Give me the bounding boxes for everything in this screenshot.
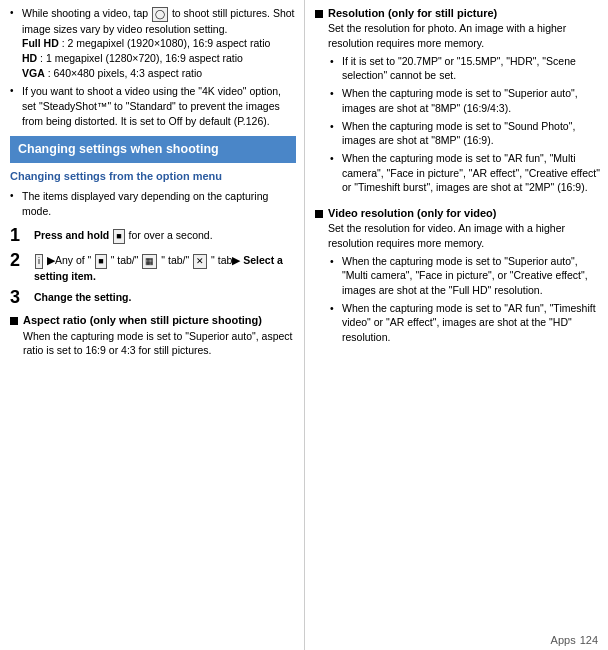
- res-bullet-3: • When the capturing mode is set to "Sou…: [328, 119, 600, 148]
- res-b4-text: When the capturing mode is set to "AR fu…: [342, 151, 600, 195]
- step-1-num: 1: [10, 226, 28, 246]
- bullet-text-2: If you want to shoot a video using the "…: [22, 84, 296, 128]
- page-container: • While shooting a video, tap ◯ to shoot…: [0, 0, 608, 650]
- res-bullet-2: • When the capturing mode is set to "Sup…: [328, 86, 600, 115]
- step-2-tab2-icon: ▦: [142, 254, 157, 269]
- res-b1-dot: •: [330, 54, 340, 69]
- res-bullet-4: • When the capturing mode is set to "AR …: [328, 151, 600, 195]
- resolution-section: Resolution (only for still picture) Set …: [315, 6, 600, 198]
- intro-bullets: • While shooting a video, tap ◯ to shoot…: [10, 6, 296, 128]
- res-b3-text: When the capturing mode is set to "Sound…: [342, 119, 600, 148]
- resolution-square-bullet: [315, 10, 323, 18]
- res-b4-dot: •: [330, 151, 340, 166]
- bullet-text-1: While shooting a video, tap ◯ to shoot s…: [22, 6, 296, 80]
- video-resolution-section: Video resolution (only for video) Set th…: [315, 206, 600, 348]
- step-2-arrow: ▶Any of ": [47, 254, 91, 266]
- step-1-bold: Press and hold: [34, 229, 109, 241]
- step-2-tab1-icon: ■: [95, 254, 106, 269]
- section-header: Changing settings when shooting: [10, 136, 296, 162]
- step-2-tab1-text: " tab/": [111, 254, 139, 266]
- footer: Apps 124: [551, 634, 598, 646]
- footer-page-number: 124: [580, 634, 598, 646]
- step-2-row: 2 i ▶Any of " ■ " tab/" ▦ " tab/" ✕ " ta…: [10, 251, 296, 283]
- aspect-ratio-text: When the capturing mode is set to "Super…: [23, 329, 296, 358]
- video-res-intro: Set the resolution for video. An image w…: [328, 221, 600, 250]
- vga-label: VGA: [22, 67, 45, 79]
- vres-b1-dot: •: [330, 254, 340, 269]
- subsection-bullet: • The items displayed vary depending on …: [10, 189, 296, 218]
- vres-bullet-1: • When the capturing mode is set to "Sup…: [328, 254, 600, 298]
- subsection-title-text: Changing settings from the option menu: [10, 170, 222, 182]
- res-b2-text: When the capturing mode is set to "Super…: [342, 86, 600, 115]
- subsection-bullet-text: The items displayed vary depending on th…: [22, 189, 296, 218]
- fullhd-label: Full HD: [22, 37, 59, 49]
- right-column: Resolution (only for still picture) Set …: [305, 0, 608, 650]
- step-1-tail: for over a second.: [129, 229, 213, 241]
- step-3-num: 3: [10, 288, 28, 308]
- res-b3-dot: •: [330, 119, 340, 134]
- step-2-info-icon: i: [35, 254, 43, 269]
- step-1-icon: ■: [113, 229, 124, 244]
- aspect-ratio-title: Aspect ratio (only when still picture sh…: [23, 313, 296, 328]
- footer-apps-label: Apps: [551, 634, 576, 646]
- step-3-text: Change the setting.: [34, 288, 131, 305]
- aspect-ratio-content: Aspect ratio (only when still picture sh…: [23, 313, 296, 358]
- step-2-tab2-text: " tab/": [161, 254, 189, 266]
- aspect-ratio-square-bullet: [10, 317, 18, 325]
- left-column: • While shooting a video, tap ◯ to shoot…: [0, 0, 305, 650]
- vres-b2-dot: •: [330, 301, 340, 316]
- vres-b2-text: When the capturing mode is set to "AR fu…: [342, 301, 600, 345]
- video-res-content: Video resolution (only for video) Set th…: [328, 206, 600, 348]
- res-b2-dot: •: [330, 86, 340, 101]
- subsection-bullet-dot: •: [10, 189, 20, 203]
- bullet-item-2: • If you want to shoot a video using the…: [10, 84, 296, 128]
- aspect-ratio-section: Aspect ratio (only when still picture sh…: [10, 313, 296, 358]
- video-res-title: Video resolution (only for video): [328, 206, 600, 221]
- section-header-text: Changing settings when shooting: [18, 142, 219, 156]
- res-b1-text: If it is set to "20.7MP" or "15.5MP", "H…: [342, 54, 600, 83]
- bullet-item-1: • While shooting a video, tap ◯ to shoot…: [10, 6, 296, 80]
- resolution-intro: Set the resolution for photo. An image w…: [328, 21, 600, 50]
- bullet-dot-1: •: [10, 6, 20, 20]
- step-3-bold: Change the setting.: [34, 291, 131, 303]
- step-2-tab3-text: " tab▶: [211, 254, 240, 266]
- resolution-title: Resolution (only for still picture): [328, 6, 600, 21]
- step-2-text: i ▶Any of " ■ " tab/" ▦ " tab/" ✕ " tab▶…: [34, 251, 296, 283]
- camera-icon: ◯: [152, 7, 168, 22]
- resolution-content: Resolution (only for still picture) Set …: [328, 6, 600, 198]
- step-1-text: Press and hold ■ for over a second.: [34, 226, 213, 244]
- step-2-num: 2: [10, 251, 28, 271]
- vres-bullet-2: • When the capturing mode is set to "AR …: [328, 301, 600, 345]
- step-3-row: 3 Change the setting.: [10, 288, 296, 308]
- step-2-tab3-icon: ✕: [193, 254, 207, 269]
- vres-b1-text: When the capturing mode is set to "Super…: [342, 254, 600, 298]
- video-res-square-bullet: [315, 210, 323, 218]
- hd-label: HD: [22, 52, 37, 64]
- step-1-row: 1 Press and hold ■ for over a second.: [10, 226, 296, 246]
- res-bullet-1: • If it is set to "20.7MP" or "15.5MP", …: [328, 54, 600, 83]
- bullet-dot-2: •: [10, 84, 20, 98]
- subsection-title: Changing settings from the option menu: [10, 169, 296, 184]
